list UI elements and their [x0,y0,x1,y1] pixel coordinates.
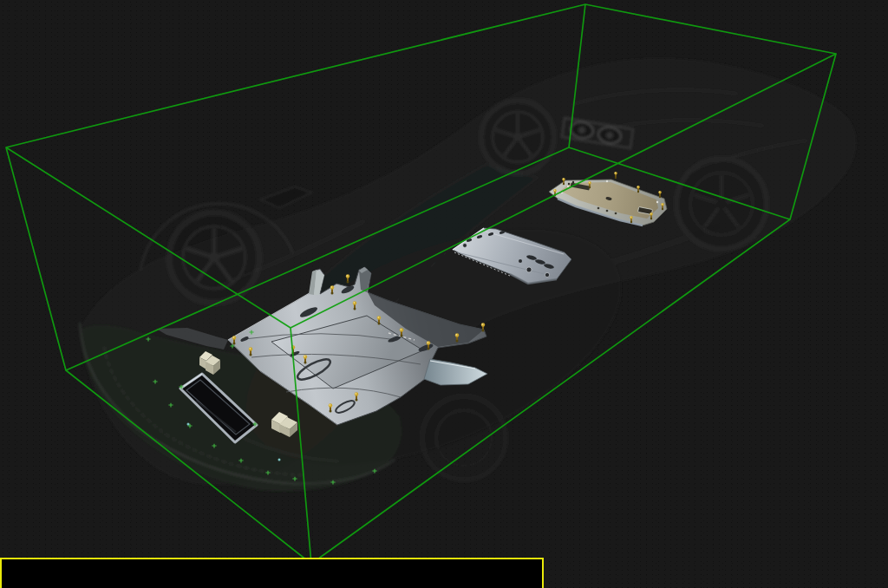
side-window-edge [260,186,312,208]
rear-left-wheel [481,101,554,173]
rear-right-wheel [676,159,767,249]
front-left-wheel [169,212,259,303]
status-bar: Camera: pos -2.84 2.99 -0.67, dir 0.57 -… [0,558,544,588]
render-canvas[interactable] [0,0,888,588]
front-right-wheel [422,396,506,480]
viewport[interactable]: Camera: pos -2.84 2.99 -0.67, dir 0.57 -… [0,0,888,588]
ghost-car [80,58,856,513]
